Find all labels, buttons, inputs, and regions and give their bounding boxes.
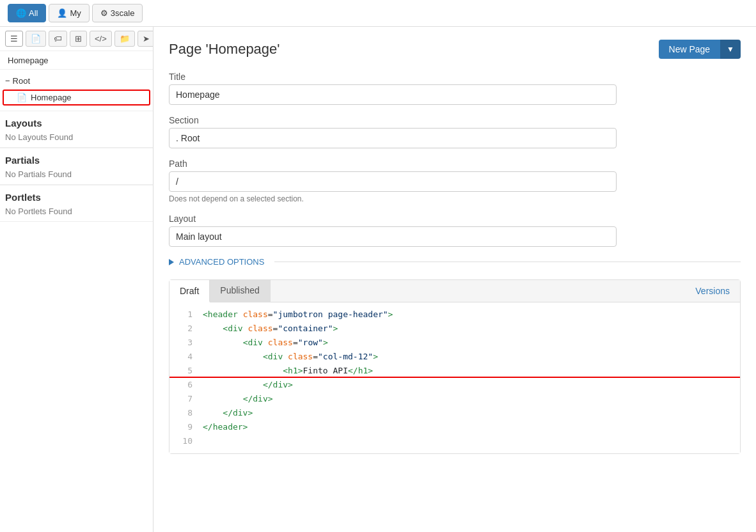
new-page-group: New Page ▼ <box>659 40 741 59</box>
published-tab[interactable]: Published <box>210 280 271 302</box>
tree-homepage-label: Homepage <box>31 93 72 102</box>
line-code: </div> <box>203 392 735 406</box>
tabs-header: Draft Published Versions <box>169 280 740 302</box>
section-field-group: Section <box>169 115 741 148</box>
code-line: 6 </div> <box>169 378 740 392</box>
sidebar-search-area: Homepage <box>0 51 153 70</box>
versions-link[interactable]: Versions <box>685 281 740 301</box>
path-hint: Does not depend on a selected section. <box>169 194 741 203</box>
sidebar-code-icon[interactable]: </> <box>90 31 112 47</box>
content-area: Page 'Homepage' New Page ▼ Title Section… <box>154 27 756 532</box>
layouts-header: Layouts <box>0 111 153 131</box>
globe-icon: 🌐 <box>16 8 26 18</box>
code-line: 9</header> <box>169 420 740 434</box>
my-tab-button[interactable]: 👤 My <box>49 4 89 22</box>
tree-root-section[interactable]: − Root <box>0 74 153 88</box>
line-number: 2 <box>175 322 193 336</box>
advanced-options-toggle[interactable]: ADVANCED OPTIONS <box>169 257 741 267</box>
code-line: 3 <div class="row"> <box>169 336 740 350</box>
partials-section: Partials No Partials Found <box>0 148 153 185</box>
my-label: My <box>70 8 81 18</box>
code-line: 10 <box>169 434 740 448</box>
threescale-label: 3scale <box>111 8 135 18</box>
sidebar-file-icon[interactable]: 📄 <box>26 31 46 47</box>
gear-icon: ⚙ <box>100 8 108 18</box>
path-input[interactable] <box>169 171 617 192</box>
tabs-left: Draft Published <box>169 280 271 302</box>
partials-empty: No Partials Found <box>0 168 153 185</box>
line-code: </header> <box>203 420 735 434</box>
line-code: <div class="col-md-12"> <box>203 350 735 364</box>
tree-root-label: Root <box>13 76 30 86</box>
top-bar: 🌐 All 👤 My ⚙ 3scale <box>0 0 756 27</box>
line-number: 7 <box>175 392 193 406</box>
title-field-group: Title <box>169 72 741 105</box>
code-line: 5 <h1>Finto API</h1> <box>169 364 740 378</box>
layouts-section: Layouts No Layouts Found <box>0 111 153 148</box>
line-number: 8 <box>175 406 193 420</box>
code-editor: 1<header class="jumbotron page-header">2… <box>169 302 740 453</box>
layouts-empty: No Layouts Found <box>0 131 153 148</box>
tree-collapse-icon: − <box>5 76 10 86</box>
layout-label: Layout <box>169 214 741 224</box>
content-header: Page 'Homepage' New Page ▼ <box>169 40 741 59</box>
line-code: <div class="container"> <box>203 322 735 336</box>
sidebar-search-text: Homepage <box>5 54 51 66</box>
all-tab-button[interactable]: 🌐 All <box>8 4 46 22</box>
page-title: Page 'Homepage' <box>169 41 280 58</box>
line-code: <header class="jumbotron page-header"> <box>203 308 735 322</box>
sidebar-icon-bar: ☰ 📄 🏷 ⊞ </> 📁 ➤ <box>0 27 153 51</box>
sidebar-nav-icon[interactable]: ➤ <box>138 31 154 47</box>
line-number: 6 <box>175 378 193 392</box>
sidebar-widget-icon[interactable]: ⊞ <box>70 31 87 47</box>
line-number: 3 <box>175 336 193 350</box>
line-code: <div class="row"> <box>203 336 735 350</box>
sidebar-all-icon[interactable]: ☰ <box>5 31 23 47</box>
sidebar: ☰ 📄 🏷 ⊞ </> 📁 ➤ Homepage − Root 📄 Homepa… <box>0 27 154 532</box>
section-input[interactable] <box>169 128 617 148</box>
all-label: All <box>29 8 38 18</box>
new-page-button[interactable]: New Page <box>659 40 721 59</box>
line-code: </div> <box>203 378 735 392</box>
tabs-container: Draft Published Versions 1<header class=… <box>169 279 741 454</box>
line-code: <h1>Finto API</h1> <box>203 364 735 378</box>
advanced-options-label: ADVANCED OPTIONS <box>179 257 264 267</box>
advanced-triangle-icon <box>169 259 174 265</box>
code-line: 4 <div class="col-md-12"> <box>169 350 740 364</box>
code-line: 8 </div> <box>169 406 740 420</box>
portlets-header: Portlets <box>0 185 153 205</box>
sidebar-tag-icon[interactable]: 🏷 <box>49 31 67 47</box>
section-label: Section <box>169 115 741 125</box>
line-number: 5 <box>175 364 193 378</box>
layout-input[interactable] <box>169 226 617 247</box>
code-line: 1<header class="jumbotron page-header"> <box>169 308 740 322</box>
line-code: </div> <box>203 406 735 420</box>
line-number: 9 <box>175 420 193 434</box>
line-number: 1 <box>175 308 193 322</box>
caret-icon: ▼ <box>727 45 734 54</box>
title-input[interactable] <box>169 84 617 105</box>
code-line: 7 </div> <box>169 392 740 406</box>
page-icon: 📄 <box>17 93 27 102</box>
sidebar-folder-icon[interactable]: 📁 <box>114 31 135 47</box>
portlets-section: Portlets No Portlets Found <box>0 185 153 222</box>
path-label: Path <box>169 159 741 169</box>
draft-tab[interactable]: Draft <box>169 280 210 302</box>
line-number: 4 <box>175 350 193 364</box>
user-icon: 👤 <box>57 8 67 18</box>
line-number: 10 <box>175 434 193 448</box>
portlets-empty: No Portlets Found <box>0 205 153 222</box>
main-layout: ☰ 📄 🏷 ⊞ </> 📁 ➤ Homepage − Root 📄 Homepa… <box>0 27 756 532</box>
tree-homepage-item[interactable]: 📄 Homepage <box>3 90 150 106</box>
partials-header: Partials <box>0 148 153 168</box>
path-field-group: Path Does not depend on a selected secti… <box>169 159 741 203</box>
new-page-caret-button[interactable]: ▼ <box>720 40 741 59</box>
threescale-tab-button[interactable]: ⚙ 3scale <box>92 4 143 22</box>
layout-field-group: Layout <box>169 214 741 247</box>
code-line: 2 <div class="container"> <box>169 322 740 336</box>
sidebar-tree: − Root 📄 Homepage <box>0 70 153 111</box>
title-label: Title <box>169 72 741 82</box>
